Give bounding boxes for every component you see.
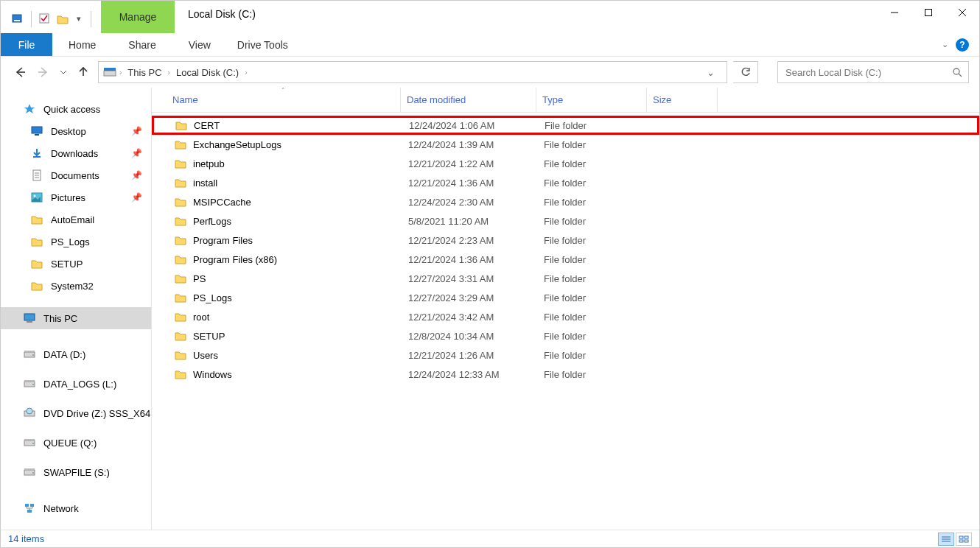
search-icon[interactable]	[952, 67, 962, 77]
sidebar-label: SETUP	[51, 259, 83, 270]
file-row[interactable]: SETUP 12/8/2024 10:34 AM File folder	[152, 326, 979, 345]
file-row[interactable]: PS_Logs 12/27/2024 3:29 AM File folder	[152, 288, 979, 307]
file-row[interactable]: Users 12/21/2024 1:26 AM File folder	[152, 345, 979, 365]
separator	[31, 11, 32, 27]
forward-button[interactable]	[35, 63, 52, 81]
file-row[interactable]: install 12/21/2024 1:36 AM File folder	[152, 173, 979, 192]
back-button[interactable]	[11, 63, 29, 81]
sidebar-drive[interactable]: QUEUE (Q:)	[1, 428, 151, 457]
column-headers: ˄ Name Date modified Type Size	[152, 88, 979, 113]
sidebar-item[interactable]: Documents📌	[1, 164, 151, 186]
close-button[interactable]	[945, 1, 979, 24]
file-row[interactable]: Windows 12/24/2024 12:33 AM File folder	[152, 365, 979, 384]
checklist-icon[interactable]	[38, 13, 52, 26]
chevron-right-icon[interactable]: ›	[168, 68, 170, 77]
file-row[interactable]: root 12/21/2024 3:42 AM File folder	[152, 307, 979, 326]
file-row[interactable]: inetpub 12/21/2024 1:22 AM File folder	[152, 154, 979, 173]
sidebar-drive[interactable]: DVD Drive (Z:) SSS_X64	[1, 398, 151, 428]
chevron-right-icon[interactable]: ›	[119, 68, 122, 77]
address-dropdown-icon[interactable]: ⌄	[699, 67, 722, 78]
sidebar-item[interactable]: Desktop📌	[1, 120, 151, 142]
sidebar-item[interactable]: Downloads📌	[1, 142, 151, 164]
sidebar-drive[interactable]: DATA (D:)	[1, 340, 151, 369]
sidebar-label: This PC	[43, 313, 77, 324]
window-controls	[878, 1, 979, 32]
sidebar-item[interactable]: Pictures📌	[1, 186, 151, 208]
tab-share[interactable]: Share	[112, 33, 172, 56]
file-date: 12/27/2024 3:29 AM	[402, 292, 538, 303]
file-row[interactable]: ExchangeSetupLogs 12/24/2024 1:39 AM Fil…	[152, 135, 979, 154]
maximize-button[interactable]	[911, 1, 945, 24]
qat-overflow-icon[interactable]: ▾	[74, 14, 84, 24]
sidebar-this-pc[interactable]: This PC	[1, 307, 151, 329]
tab-drive-tools[interactable]: Drive Tools	[227, 33, 298, 56]
address-bar[interactable]: › This PC › Local Disk (C:) › ⌄	[98, 61, 727, 83]
minimize-button[interactable]	[878, 1, 911, 24]
search-box[interactable]	[777, 61, 969, 83]
sidebar-label: DATA_LOGS (L:)	[43, 379, 116, 390]
column-header-type[interactable]: Type	[536, 88, 647, 112]
file-tab[interactable]: File	[1, 33, 52, 56]
file-date: 12/24/2024 1:39 AM	[402, 139, 538, 150]
recent-locations-button[interactable]	[58, 63, 69, 81]
file-row[interactable]: CERT 12/24/2024 1:06 AM File folder	[152, 116, 979, 135]
sidebar-item[interactable]: PS_Logs	[1, 231, 151, 253]
breadcrumb-item[interactable]: Local Disk (C:)	[173, 67, 242, 78]
file-type: File folder	[538, 178, 648, 189]
file-name: install	[193, 178, 217, 189]
svg-rect-39	[30, 504, 34, 507]
sidebar-label: Downloads	[51, 148, 98, 159]
folder-icon	[174, 291, 187, 304]
context-tab-manage[interactable]: Manage	[101, 1, 175, 33]
chevron-right-icon[interactable]: ›	[245, 68, 247, 77]
file-list-pane: ˄ Name Date modified Type Size CERT 12/2…	[152, 88, 979, 530]
file-row[interactable]: MSIPCCache 12/24/2024 2:30 AM File folde…	[152, 192, 979, 211]
file-type: File folder	[538, 139, 648, 150]
file-name: SETUP	[193, 331, 225, 342]
svg-rect-23	[27, 321, 32, 323]
sidebar-item[interactable]: System32	[1, 275, 151, 297]
sidebar-item[interactable]: AutoEmail	[1, 208, 151, 231]
breadcrumb-item[interactable]: This PC	[125, 67, 164, 78]
file-date: 12/21/2024 1:22 AM	[402, 158, 538, 169]
file-row[interactable]: Program Files (x86) 12/21/2024 1:36 AM F…	[152, 250, 979, 269]
folder-icon	[174, 214, 187, 228]
title-bar: ▾ Manage Local Disk (C:)	[1, 1, 979, 33]
search-input[interactable]	[784, 66, 946, 79]
tab-home[interactable]: Home	[52, 33, 112, 56]
refresh-button[interactable]	[733, 61, 758, 83]
ribbon-expand-icon[interactable]: ⌄	[942, 40, 948, 49]
sidebar-drive[interactable]: DATA_LOGS (L:)	[1, 369, 151, 398]
file-row[interactable]: Program Files 12/21/2024 2:23 AM File fo…	[152, 231, 979, 250]
folder-icon	[30, 213, 43, 226]
folder-icon[interactable]	[56, 13, 69, 26]
file-row[interactable]: PS 12/27/2024 3:31 AM File folder	[152, 269, 979, 288]
drive-icon	[23, 377, 36, 390]
sidebar-label: DVD Drive (Z:) SSS_X64	[43, 408, 150, 419]
file-row[interactable]: PerfLogs 5/8/2021 11:20 AM File folder	[152, 211, 979, 231]
column-header-name[interactable]: ˄ Name	[167, 88, 401, 112]
column-header-size[interactable]: Size	[647, 88, 718, 112]
file-date: 12/24/2024 2:30 AM	[402, 197, 538, 208]
svg-point-11	[953, 68, 959, 74]
details-view-button[interactable]	[938, 533, 954, 546]
tab-view[interactable]: View	[172, 33, 227, 56]
svg-rect-9	[104, 71, 116, 76]
sidebar-item[interactable]: SETUP	[1, 253, 151, 275]
thumbnails-view-button[interactable]	[956, 533, 972, 546]
column-header-date[interactable]: Date modified	[401, 88, 536, 112]
up-button[interactable]	[74, 63, 92, 81]
file-name: Program Files (x86)	[193, 254, 277, 265]
file-date: 12/21/2024 2:23 AM	[402, 235, 538, 246]
svg-rect-10	[104, 68, 116, 71]
folder-icon	[174, 176, 187, 189]
sidebar-network[interactable]: Network	[1, 497, 151, 519]
help-icon[interactable]: ?	[956, 38, 969, 52]
breadcrumb-label: Local Disk (C:)	[176, 67, 239, 78]
sidebar-quick-access[interactable]: Quick access	[1, 98, 151, 120]
document-icon	[30, 169, 43, 182]
sidebar-drive[interactable]: SWAPFILE (S:)	[1, 457, 151, 487]
drive-icon	[23, 466, 36, 479]
properties-icon[interactable]	[11, 13, 24, 26]
file-name: Users	[193, 350, 218, 361]
